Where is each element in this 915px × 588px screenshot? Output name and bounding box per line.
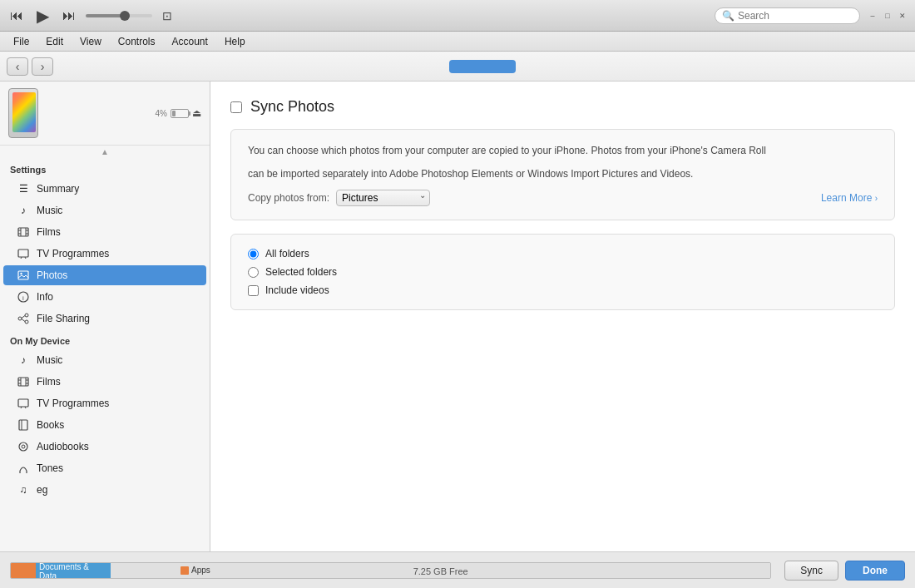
learn-more-chevron-icon: › — [875, 194, 878, 203]
docs-label: Documents & Data — [36, 562, 111, 579]
sidebar-item-device-films[interactable]: Films — [3, 372, 206, 392]
sidebar-item-label-device-audiobooks: Audiobooks — [37, 441, 89, 452]
apps-segment — [11, 563, 36, 579]
maximize-button[interactable]: □ — [882, 10, 893, 22]
menu-file[interactable]: File — [5, 34, 37, 49]
sidebar-item-label-device-tones: Tones — [37, 462, 63, 474]
sidebar-item-label-device-tv: TV Programmes — [37, 398, 109, 409]
device-icon — [8, 88, 38, 138]
search-input[interactable] — [738, 10, 846, 22]
svg-rect-0 — [18, 228, 28, 236]
menu-controls[interactable]: Controls — [110, 34, 164, 49]
all-folders-radio[interactable] — [248, 249, 259, 259]
sync-photos-title: Sync Photos — [250, 98, 334, 116]
tv-icon — [17, 247, 30, 260]
svg-text:i: i — [22, 294, 24, 302]
back-button[interactable]: ‹ — [7, 57, 28, 76]
sidebar-item-device-tv[interactable]: TV Programmes — [3, 393, 206, 413]
battery-percent: 4% — [156, 109, 167, 118]
device-screen — [12, 92, 36, 132]
copy-from-select[interactable]: Pictures Choose folder... — [336, 190, 430, 206]
sidebar-item-device-audiobooks[interactable]: Audiobooks — [3, 437, 206, 457]
storage-bar-wrapper: Documents & Data 7.25 GB Free — [10, 562, 771, 579]
music-icon: ♪ — [17, 204, 30, 217]
rewind-button[interactable]: ⏮ — [7, 7, 27, 25]
options-box: All folders Selected folders Include vid… — [230, 234, 895, 310]
settings-section-label: Settings — [0, 158, 210, 178]
play-button[interactable]: ▶ — [33, 4, 52, 27]
airplay-button[interactable]: ⊡ — [162, 9, 172, 22]
menu-edit[interactable]: Edit — [37, 34, 72, 49]
svg-line-17 — [22, 316, 25, 319]
menu-account[interactable]: Account — [164, 34, 216, 49]
learn-more-label: Learn More — [821, 192, 872, 204]
sidebar-item-summary[interactable]: ☰ Summary — [3, 179, 206, 199]
svg-point-32 — [22, 445, 25, 448]
sidebar-item-info[interactable]: i Info — [3, 287, 206, 307]
tones-icon — [17, 462, 30, 475]
eg-icon: ♫ — [17, 483, 30, 497]
sidebar-item-tv[interactable]: TV Programmes — [3, 244, 206, 264]
sidebar-item-label-file-sharing: File Sharing — [37, 313, 90, 324]
sidebar-item-device-tones[interactable]: Tones — [3, 458, 206, 478]
free-label: 7.25 GB Free — [413, 566, 468, 576]
include-videos-row: Include videos — [248, 284, 878, 296]
svg-line-18 — [22, 319, 25, 322]
on-my-device-section-label: On My Device — [0, 329, 210, 349]
sidebar-item-films[interactable]: Films — [3, 222, 206, 242]
sidebar-item-label-device-eg: eg — [37, 484, 47, 496]
svg-point-11 — [20, 273, 22, 274]
sidebar-item-label-device-films: Films — [37, 376, 61, 388]
include-videos-checkbox[interactable] — [248, 285, 259, 296]
sidebar-item-label-tv: TV Programmes — [37, 248, 109, 259]
device-films-icon — [17, 375, 30, 388]
battery-area: 4% ⏏ — [156, 107, 201, 119]
info-text-2: can be imported separately into Adobe Ph… — [248, 166, 878, 181]
selected-folders-row: Selected folders — [248, 266, 878, 278]
menu-bar: File Edit View Controls Account Help — [0, 32, 915, 52]
forward-button[interactable]: › — [32, 57, 53, 76]
sidebar-item-label-device-music: Music — [37, 354, 62, 366]
close-button[interactable]: ✕ — [897, 10, 908, 22]
search-icon: 🔍 — [722, 10, 734, 22]
menu-help[interactable]: Help — [216, 34, 254, 49]
svg-rect-29 — [19, 420, 27, 430]
sidebar-item-file-sharing[interactable]: File Sharing — [3, 309, 206, 329]
battery-icon — [171, 109, 189, 118]
svg-point-31 — [19, 442, 27, 451]
minimize-button[interactable]: – — [867, 10, 878, 22]
sync-top-button[interactable] — [449, 60, 516, 73]
selected-folders-radio[interactable] — [248, 267, 259, 278]
file-sharing-icon — [17, 312, 30, 325]
selected-folders-label: Selected folders — [265, 266, 337, 278]
svg-point-16 — [25, 320, 28, 324]
copy-from-select-wrapper: Pictures Choose folder... — [336, 190, 430, 206]
window-controls: – □ ✕ — [867, 10, 908, 22]
sidebar-item-label-photos: Photos — [37, 269, 67, 281]
learn-more-link[interactable]: Learn More › — [821, 192, 878, 204]
sidebar-item-device-music[interactable]: ♪ Music — [3, 350, 206, 370]
svg-point-15 — [25, 314, 28, 317]
sync-bottom-button[interactable]: Sync — [784, 561, 838, 581]
transport-controls: ⏮ ▶ ⏭ ⊡ — [7, 4, 172, 27]
all-folders-row: All folders — [248, 248, 878, 259]
eject-button[interactable]: ⏏ — [192, 107, 201, 119]
volume-slider[interactable] — [86, 14, 152, 17]
scroll-up-arrow[interactable]: ▲ — [0, 146, 210, 158]
sidebar-item-label-summary: Summary — [37, 183, 79, 195]
svg-rect-19 — [18, 378, 28, 386]
search-box: 🔍 — [715, 7, 860, 24]
content-area: Sync Photos You can choose which photos … — [210, 82, 915, 551]
sync-photos-checkbox[interactable] — [230, 101, 242, 113]
svg-rect-26 — [18, 399, 28, 407]
device-tv-icon — [17, 397, 30, 410]
sidebar-item-photos[interactable]: Photos — [3, 265, 206, 285]
main-area: 4% ⏏ ▲ Settings ☰ Summary ♪ Music Films — [0, 82, 915, 551]
sidebar-item-music[interactable]: ♪ Music — [3, 200, 206, 220]
menu-view[interactable]: View — [72, 34, 110, 49]
fast-forward-button[interactable]: ⏭ — [59, 7, 79, 25]
sidebar-item-device-books[interactable]: Books — [3, 415, 206, 435]
info-text-1: You can choose which photos from your co… — [248, 143, 878, 158]
sidebar-item-device-eg[interactable]: ♫ eg — [3, 480, 206, 500]
done-button[interactable]: Done — [845, 561, 905, 581]
